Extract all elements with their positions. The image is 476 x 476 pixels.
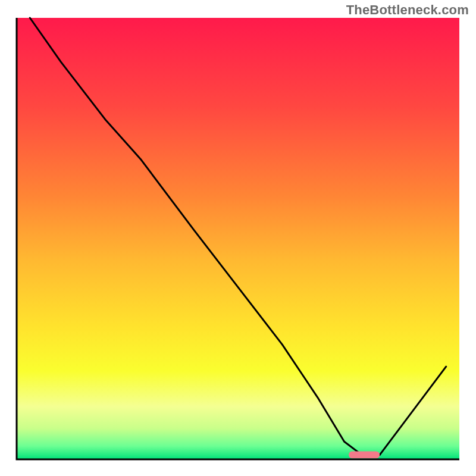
bottleneck-chart — [0, 0, 476, 476]
chart-canvas: TheBottleneck.com — [0, 0, 476, 476]
optimum-marker — [349, 452, 380, 459]
plot-background — [17, 18, 459, 459]
